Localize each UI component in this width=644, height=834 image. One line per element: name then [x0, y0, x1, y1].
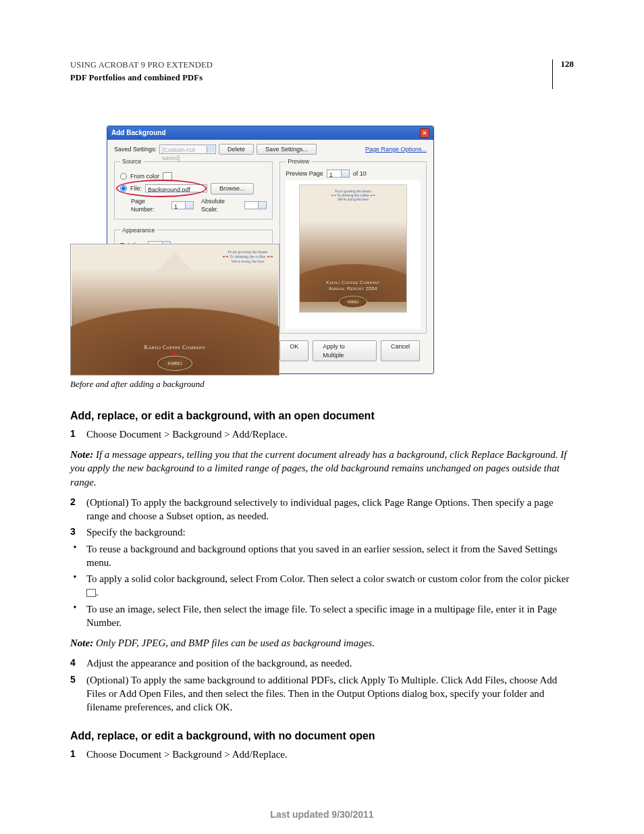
- cancel-button[interactable]: Cancel: [381, 340, 420, 361]
- file-path-field[interactable]: Background.pdf: [145, 184, 207, 192]
- dialog-button-row: OK Apply to Multiple Cancel: [279, 340, 427, 366]
- color-picker-icon: [86, 589, 96, 597]
- note-replace-background: Note: If a message appears, telling you …: [70, 448, 574, 489]
- from-color-label: From color: [130, 172, 159, 180]
- saved-settings-dropdown[interactable]: [Custom-not saved]: [159, 145, 216, 154]
- color-swatch-icon[interactable]: [163, 172, 172, 180]
- page-number: 128: [552, 59, 574, 89]
- step-1: 1 Choose Document > Background > Add/Rep…: [70, 427, 574, 441]
- step-5: 5 (Optional) To apply the same backgroun…: [70, 673, 574, 714]
- file-label: File:: [130, 184, 142, 192]
- absolute-scale-stepper[interactable]: [244, 201, 267, 209]
- header-chapter: PDF Portfolios and combined PDFs: [70, 72, 213, 84]
- saved-settings-label: Saved Settings:: [114, 145, 157, 153]
- saved-settings-row: Saved Settings: [Custom-not saved] Delet…: [107, 140, 433, 157]
- absolute-scale-label: Absolute Scale:: [201, 197, 241, 213]
- section-heading-no-doc: Add, replace, or edit a background, with…: [70, 729, 574, 744]
- ok-button[interactable]: OK: [279, 340, 308, 361]
- source-legend: Source: [120, 157, 144, 165]
- kahili-badge-icon: KAHILI: [339, 296, 367, 308]
- before-after-overlay: From growing the beans ☙❧ To drinking th…: [70, 244, 279, 375]
- step-1b: 1 Choose Document > Background > Add/Rep…: [70, 748, 574, 761]
- page-footer: Last updated 9/30/2011: [70, 808, 574, 821]
- appearance-legend: Appearance: [120, 226, 157, 234]
- preview-of-label: of 10: [353, 170, 367, 178]
- step-4: 4 Adjust the appearance and position of …: [70, 656, 574, 670]
- dialog-title: Add Background: [111, 128, 166, 138]
- header-left: USING ACROBAT 9 PRO EXTENDED PDF Portfol…: [70, 59, 213, 84]
- preview-page-label: Preview Page: [286, 170, 323, 178]
- preview-fieldset: Preview Preview Page 1 of 10 From growin…: [279, 157, 427, 334]
- step-3: 3 Specify the background:: [70, 525, 574, 539]
- close-icon[interactable]: ×: [420, 128, 429, 138]
- figure-add-background: Add Background × Saved Settings: [Custom…: [70, 126, 533, 374]
- dialog-titlebar: Add Background ×: [107, 126, 433, 140]
- page-number-stepper[interactable]: 1: [171, 201, 194, 209]
- preview-page-stepper[interactable]: 1: [327, 170, 350, 178]
- file-radio[interactable]: [120, 185, 127, 192]
- kahili-badge-icon: KAHILI: [157, 356, 192, 371]
- figure-caption: Before and after adding a background: [70, 378, 574, 390]
- bullet-from-color: • To apply a solid color background, sel…: [70, 572, 574, 600]
- preview-legend: Preview: [286, 157, 311, 165]
- section-heading-open-doc: Add, replace, or edit a background, with…: [70, 409, 574, 423]
- bullet-saved-settings: • To reuse a background and background o…: [70, 542, 574, 570]
- page-range-options-link[interactable]: Page Range Options...: [365, 145, 427, 153]
- apply-to-multiple-button[interactable]: Apply to Multiple: [313, 340, 377, 361]
- step-2: 2 (Optional) To apply the background sel…: [70, 496, 574, 523]
- header-product: USING ACROBAT 9 PRO EXTENDED: [70, 59, 213, 71]
- file-row-highlighted: File: Background.pdf Browse...: [120, 183, 267, 194]
- browse-button[interactable]: Browse...: [211, 183, 254, 194]
- preview-thumbnail: From growing the beans ☙❧ To drinking th…: [286, 180, 421, 329]
- note-file-types: Note: Only PDF, JPEG, and BMP files can …: [70, 636, 574, 650]
- bullet-file-image: • To use an image, select File, then sel…: [70, 602, 574, 630]
- triangle-icon: [171, 351, 178, 356]
- page-header: USING ACROBAT 9 PRO EXTENDED PDF Portfol…: [70, 59, 574, 89]
- from-color-radio[interactable]: [120, 173, 127, 180]
- page-number-label: Page Number:: [131, 197, 168, 213]
- preview-document: From growing the beans ☙❧ To drinking th…: [299, 184, 407, 313]
- source-fieldset: Source From color File: Background.pdf B…: [114, 157, 273, 219]
- delete-button[interactable]: Delete: [219, 144, 254, 155]
- save-settings-button[interactable]: Save Settings...: [257, 144, 317, 155]
